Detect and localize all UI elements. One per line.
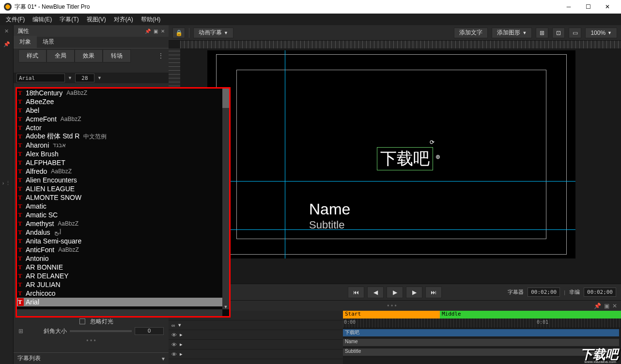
timeline-ruler[interactable]: 0:00 0:01 0:02 — [343, 318, 621, 328]
grid-toggle-button[interactable]: ⊞ — [536, 28, 548, 38]
rail-close-icon[interactable]: ✕ — [4, 28, 9, 34]
font-option[interactable]: TAR JULIAN — [17, 280, 222, 289]
visibility-icon[interactable]: 👁 — [171, 351, 177, 357]
font-option[interactable]: TAbel — [17, 106, 222, 115]
guides-toggle-button[interactable]: ▭ — [569, 28, 581, 38]
track-expand-icon[interactable]: ▸ — [180, 332, 183, 338]
canvas-viewport[interactable]: ⟳ ⊕ 下载吧 Name Subtitle — [169, 41, 621, 284]
subtitle-text[interactable]: Subtitle — [309, 219, 344, 231]
font-option[interactable]: TAR DELANEY — [17, 272, 222, 280]
font-option[interactable]: TArial — [17, 298, 222, 306]
guide-vertical[interactable] — [285, 50, 285, 258]
minimize-button[interactable]: ─ — [559, 0, 578, 14]
visibility-icon[interactable]: 👁 — [171, 342, 177, 348]
bevel-value[interactable]: 0 — [135, 327, 164, 335]
font-dropdown-list[interactable]: T18thCenturyAaBbzZTABeeZeeTAbelTAcmeFont… — [16, 87, 231, 318]
track-collapse-icon[interactable]: ▾ — [178, 322, 181, 328]
close-icon[interactable]: ✕ — [161, 29, 165, 34]
rail-expand-icon[interactable]: › ⋮ — [2, 180, 11, 186]
font-option[interactable]: TAcmeFontAaBbzZ — [17, 115, 222, 123]
add-shape-dropdown[interactable]: 添加图形▼ — [492, 28, 532, 38]
seg-middle[interactable]: Middle — [440, 311, 621, 318]
timeline-close-icon[interactable]: ✕ — [612, 303, 617, 309]
timecode-1[interactable]: 00:02;00 — [528, 288, 560, 297]
menu-view[interactable]: 视图(V) — [83, 14, 110, 25]
font-option[interactable]: TActor — [17, 123, 222, 132]
track-expand-icon[interactable]: ▸ — [180, 351, 183, 357]
guide-horizontal-1[interactable] — [207, 181, 575, 182]
subtab-effect[interactable]: 效果 — [75, 49, 103, 62]
seg-start[interactable]: Start — [343, 311, 440, 318]
anim-title-dropdown[interactable]: 动画字幕▼ — [193, 28, 233, 38]
font-option[interactable]: T18thCenturyAaBbzZ — [17, 89, 222, 97]
safe-toggle-button[interactable]: ⊡ — [552, 28, 565, 38]
prev-frame-button[interactable]: ◀ — [367, 287, 384, 298]
pin-icon[interactable]: 📌 — [145, 29, 151, 34]
menu-subtitle[interactable]: 字幕(T) — [56, 14, 82, 25]
goto-start-button[interactable]: ⏮ — [348, 287, 364, 298]
font-option[interactable]: TAharoniאבגד — [17, 141, 222, 150]
menu-help[interactable]: 帮助(H) — [137, 14, 165, 25]
font-option[interactable]: TAndalusأبج — [17, 228, 222, 237]
clip-name[interactable]: Name — [343, 339, 619, 346]
font-size-input[interactable] — [75, 74, 94, 82]
dock-icon[interactable]: ▣ — [154, 29, 158, 34]
menu-file[interactable]: 文件(F) — [2, 14, 29, 25]
font-option[interactable]: TAmatic SC — [17, 211, 222, 219]
menu-align[interactable]: 对齐(A) — [110, 14, 137, 25]
font-option[interactable]: TAmatic — [17, 202, 222, 211]
visibility-icon[interactable]: 👁 — [171, 332, 177, 338]
timeline-tracks[interactable]: Start Middle End 0:00 0:01 0:02 下载吧 Name… — [343, 311, 621, 364]
font-option[interactable]: TALIEN LEAGUE — [17, 184, 222, 193]
subtab-more-icon[interactable]: ⋮ — [158, 52, 164, 59]
goto-end-button[interactable]: ⏭ — [425, 287, 442, 298]
scroll-down-icon[interactable]: ▼ — [222, 304, 229, 309]
font-option[interactable]: TAlien Encounters — [17, 176, 222, 184]
subtab-style[interactable]: 样式 — [18, 49, 47, 62]
rail-pin-icon[interactable]: 📌 — [3, 41, 10, 47]
scrollbar-thumb[interactable] — [222, 89, 229, 108]
font-scrollbar-v[interactable]: ▼ — [222, 89, 229, 309]
font-option[interactable]: TAmethystAaBbzZ — [17, 219, 222, 228]
font-option[interactable]: TAnita Semi-square — [17, 237, 222, 245]
font-option[interactable]: TAR BONNIE — [17, 263, 222, 272]
font-option[interactable]: TArchicoco — [17, 289, 222, 298]
move-handle-icon[interactable]: ⊕ — [435, 153, 440, 160]
timeline-dock-icon[interactable]: ▣ — [604, 303, 609, 309]
font-option[interactable]: TABeeZee — [17, 97, 222, 106]
grid-icon[interactable]: ⊞ — [18, 328, 23, 334]
zoom-dropdown[interactable]: 100%▼ — [585, 28, 617, 38]
next-frame-button[interactable]: ▶ — [406, 287, 422, 298]
font-option[interactable]: TAdobe 楷体 Std R中文范例 — [17, 132, 222, 141]
subtab-global[interactable]: 全局 — [47, 49, 75, 62]
tab-object[interactable]: 对象 — [14, 36, 37, 48]
font-option[interactable]: TAlex Brush — [17, 150, 222, 158]
stage[interactable]: ⟳ ⊕ 下载吧 Name Subtitle — [207, 50, 575, 258]
play-button[interactable]: ▶ — [387, 287, 403, 298]
loop-icon[interactable]: ∞ — [171, 322, 175, 328]
bevel-slider[interactable] — [70, 330, 132, 332]
menu-edit[interactable]: 编辑(E) — [29, 14, 56, 25]
font-dropdown-icon[interactable]: ▼ — [67, 76, 73, 80]
strip-dropdown-icon[interactable]: ▾ — [162, 355, 165, 362]
name-text[interactable]: Name — [309, 200, 350, 218]
rotate-handle-icon[interactable]: ⟳ — [430, 139, 435, 146]
selected-text-box[interactable]: ⟳ ⊕ 下载吧 — [377, 147, 433, 170]
add-text-button[interactable]: 添加文字 — [454, 28, 488, 38]
font-option[interactable]: TALMONTE SNOW — [17, 193, 222, 202]
subtitle-list-label[interactable]: 字幕列表 — [17, 354, 41, 363]
timeline-pin-icon[interactable]: 📌 — [594, 303, 601, 309]
font-name-input[interactable] — [16, 74, 65, 82]
lock-button[interactable]: 🔒 — [172, 28, 185, 38]
subtab-transition[interactable]: 转场 — [103, 49, 131, 62]
ruler-horizontal[interactable] — [180, 41, 621, 48]
guide-horizontal-2[interactable] — [207, 229, 575, 230]
font-option[interactable]: TAlfredoAaBbzZ — [17, 167, 222, 176]
size-dropdown-icon[interactable]: ▼ — [96, 76, 103, 80]
font-option[interactable]: TAnticFontAaBbzZ — [17, 245, 222, 254]
font-option[interactable]: TAntonio — [17, 254, 222, 263]
maximize-button[interactable]: ☐ — [578, 0, 598, 14]
clip-subtitle[interactable]: Subtitle — [343, 349, 619, 356]
main-text[interactable]: 下载吧 — [380, 148, 430, 170]
tab-scene[interactable]: 场景 — [37, 36, 60, 48]
